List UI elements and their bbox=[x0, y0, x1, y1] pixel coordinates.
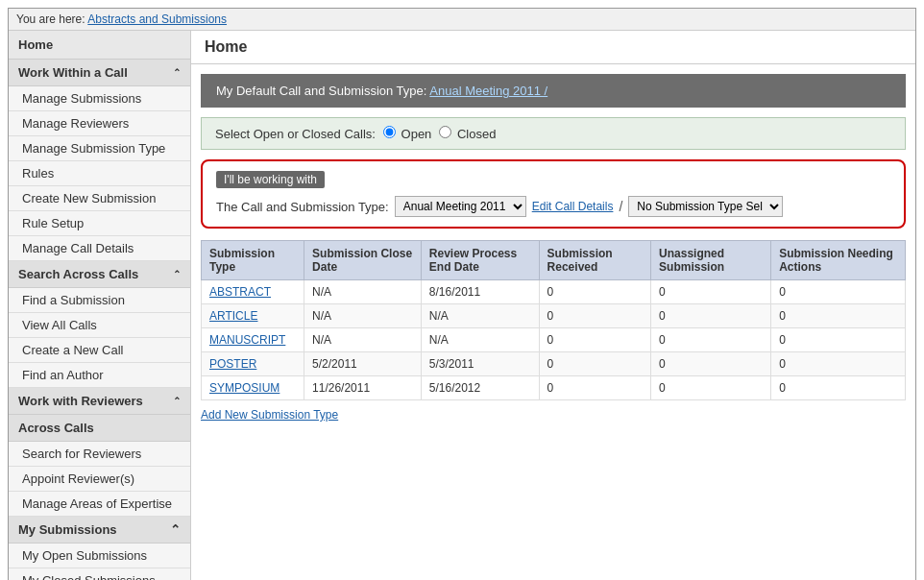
sidebar-subsection-across-calls[interactable]: Across Calls bbox=[9, 415, 190, 442]
sidebar-section-search-across-calls[interactable]: Search Across Calls ⌃ bbox=[9, 261, 190, 288]
sidebar-item-manage-submission-type[interactable]: Manage Submission Type bbox=[9, 136, 190, 161]
working-with-box: I'll be working with The Call and Submis… bbox=[201, 159, 906, 229]
sidebar-item-home[interactable]: Home bbox=[9, 31, 190, 60]
sidebar-item-my-open-submissions[interactable]: My Open Submissions bbox=[9, 544, 190, 568]
breadcrumb: You are here: Abstracts and Submissions bbox=[9, 9, 915, 31]
sidebar-item-create-new-call[interactable]: Create a New Call bbox=[9, 338, 190, 363]
breadcrumb-link[interactable]: Abstracts and Submissions bbox=[87, 12, 227, 26]
table-row: MANUSCRIPT N/A N/A 0 0 0 bbox=[202, 328, 906, 352]
sidebar-item-find-submission[interactable]: Find a Submission bbox=[9, 288, 190, 313]
sidebar-section-work-within-call[interactable]: Work Within a Call ⌃ bbox=[9, 60, 190, 86]
cell-close-date: N/A bbox=[304, 280, 422, 304]
open-closed-label: Select Open or Closed Calls: bbox=[215, 127, 376, 141]
closed-radio-label[interactable]: Closed bbox=[439, 126, 496, 141]
closed-radio[interactable] bbox=[439, 126, 451, 138]
submission-type-link[interactable]: ABSTRACT bbox=[209, 285, 271, 299]
cell-type: SYMPOSIUM bbox=[202, 376, 304, 400]
open-radio-label[interactable]: Open bbox=[383, 126, 431, 141]
cell-type: MANUSCRIPT bbox=[202, 328, 304, 352]
cell-unassigned: 0 bbox=[651, 304, 771, 328]
cell-received: 0 bbox=[539, 328, 650, 352]
cell-unassigned: 0 bbox=[651, 280, 771, 304]
cell-review-end: 5/3/2011 bbox=[421, 352, 539, 376]
sidebar-item-manage-reviewers[interactable]: Manage Reviewers bbox=[9, 111, 190, 136]
cell-needing: 0 bbox=[771, 376, 906, 400]
chevron-up-icon: ⌃ bbox=[170, 522, 181, 537]
cell-type: ABSTRACT bbox=[202, 280, 304, 304]
sidebar-subsection-label: Across Calls bbox=[18, 421, 94, 435]
submission-type-link[interactable]: MANUSCRIPT bbox=[209, 333, 285, 347]
sidebar-item-create-new-submission[interactable]: Create New Submission bbox=[9, 186, 190, 211]
content-area: Home My Default Call and Submission Type… bbox=[191, 31, 915, 580]
col-submission-type: Submission Type bbox=[202, 241, 304, 280]
table-row: ABSTRACT N/A 8/16/2011 0 0 0 bbox=[202, 280, 906, 304]
working-with-row: The Call and Submission Type: Anual Meet… bbox=[216, 196, 890, 217]
sidebar-item-view-all-calls[interactable]: View All Calls bbox=[9, 313, 190, 338]
cell-close-date: 5/2/2011 bbox=[304, 352, 422, 376]
chevron-up-icon: ⌃ bbox=[173, 396, 181, 406]
sidebar-item-appoint-reviewers[interactable]: Appoint Reviewer(s) bbox=[9, 467, 190, 492]
default-call-banner: My Default Call and Submission Type: Anu… bbox=[201, 74, 906, 108]
cell-close-date: N/A bbox=[304, 304, 422, 328]
col-review-end: Review Process End Date bbox=[421, 241, 539, 280]
table-header-row: Submission Type Submission Close Date Re… bbox=[202, 241, 906, 280]
page-title: Home bbox=[191, 31, 915, 64]
cell-type: POSTER bbox=[202, 352, 304, 376]
sidebar-item-rule-setup[interactable]: Rule Setup bbox=[9, 211, 190, 236]
cell-unassigned: 0 bbox=[651, 376, 771, 400]
cell-unassigned: 0 bbox=[651, 328, 771, 352]
col-needing: Submission Needing Actions bbox=[771, 241, 906, 280]
submission-type-link[interactable]: POSTER bbox=[209, 357, 256, 371]
cell-needing: 0 bbox=[771, 280, 906, 304]
table-row: ARTICLE N/A N/A 0 0 0 bbox=[202, 304, 906, 328]
cell-needing: 0 bbox=[771, 304, 906, 328]
table-row: POSTER 5/2/2011 5/3/2011 0 0 0 bbox=[202, 352, 906, 376]
submission-table: Submission Type Submission Close Date Re… bbox=[201, 240, 906, 400]
sidebar-section-label: Work Within a Call bbox=[18, 65, 128, 80]
cell-close-date: 11/26/2011 bbox=[304, 376, 422, 400]
separator: / bbox=[619, 199, 622, 214]
cell-needing: 0 bbox=[771, 352, 906, 376]
sidebar-section-label: Work with Reviewers bbox=[18, 394, 143, 408]
cell-needing: 0 bbox=[771, 328, 906, 352]
submission-type-select[interactable]: No Submission Type Sel bbox=[628, 196, 783, 217]
sidebar: Home Work Within a Call ⌃ Manage Submiss… bbox=[9, 31, 191, 580]
sidebar-section-work-with-reviewers[interactable]: Work with Reviewers ⌃ bbox=[9, 388, 190, 415]
sidebar-item-rules[interactable]: Rules bbox=[9, 161, 190, 186]
submission-type-link[interactable]: ARTICLE bbox=[209, 309, 257, 323]
add-new-submission-type-link[interactable]: Add New Submission Type bbox=[201, 408, 338, 422]
sidebar-item-manage-areas-expertise[interactable]: Manage Areas of Expertise bbox=[9, 492, 190, 517]
sidebar-item-manage-submissions[interactable]: Manage Submissions bbox=[9, 86, 190, 111]
sidebar-section-my-submissions[interactable]: My Submissions ⌃ bbox=[9, 517, 190, 544]
breadcrumb-prefix: You are here: bbox=[16, 12, 85, 26]
cell-received: 0 bbox=[539, 280, 650, 304]
add-new-link-container: Add New Submission Type bbox=[201, 408, 906, 422]
chevron-up-icon: ⌃ bbox=[173, 269, 181, 279]
col-received: Submission Received bbox=[539, 241, 650, 280]
col-close-date: Submission Close Date bbox=[304, 241, 422, 280]
sidebar-item-my-closed-submissions[interactable]: My Closed Submissions bbox=[9, 568, 190, 580]
cell-type: ARTICLE bbox=[202, 304, 304, 328]
sidebar-section-label: My Submissions bbox=[18, 522, 117, 537]
default-call-link[interactable]: Anual Meeting 2011 / bbox=[429, 84, 547, 98]
cell-review-end: 5/16/2012 bbox=[421, 376, 539, 400]
submission-type-link[interactable]: SYMPOSIUM bbox=[209, 381, 280, 395]
call-select[interactable]: Anual Meeting 2011 bbox=[395, 196, 526, 217]
working-with-badge: I'll be working with bbox=[216, 171, 325, 188]
open-radio[interactable] bbox=[383, 126, 396, 138]
sidebar-item-search-for-reviewers[interactable]: Search for Reviewers bbox=[9, 442, 190, 467]
cell-review-end: N/A bbox=[421, 328, 539, 352]
sidebar-item-find-author[interactable]: Find an Author bbox=[9, 363, 190, 388]
submission-table-wrapper: Submission Type Submission Close Date Re… bbox=[201, 240, 906, 400]
call-label: The Call and Submission Type: bbox=[216, 200, 389, 214]
cell-received: 0 bbox=[539, 352, 650, 376]
cell-received: 0 bbox=[539, 304, 650, 328]
cell-unassigned: 0 bbox=[651, 352, 771, 376]
edit-call-details-link[interactable]: Edit Call Details bbox=[532, 200, 614, 213]
sidebar-item-manage-call-details[interactable]: Manage Call Details bbox=[9, 236, 190, 261]
cell-close-date: N/A bbox=[304, 328, 422, 352]
cell-review-end: 8/16/2011 bbox=[421, 280, 539, 304]
default-call-text: My Default Call and Submission Type: bbox=[216, 84, 426, 98]
cell-review-end: N/A bbox=[421, 304, 539, 328]
chevron-up-icon: ⌃ bbox=[173, 67, 181, 78]
